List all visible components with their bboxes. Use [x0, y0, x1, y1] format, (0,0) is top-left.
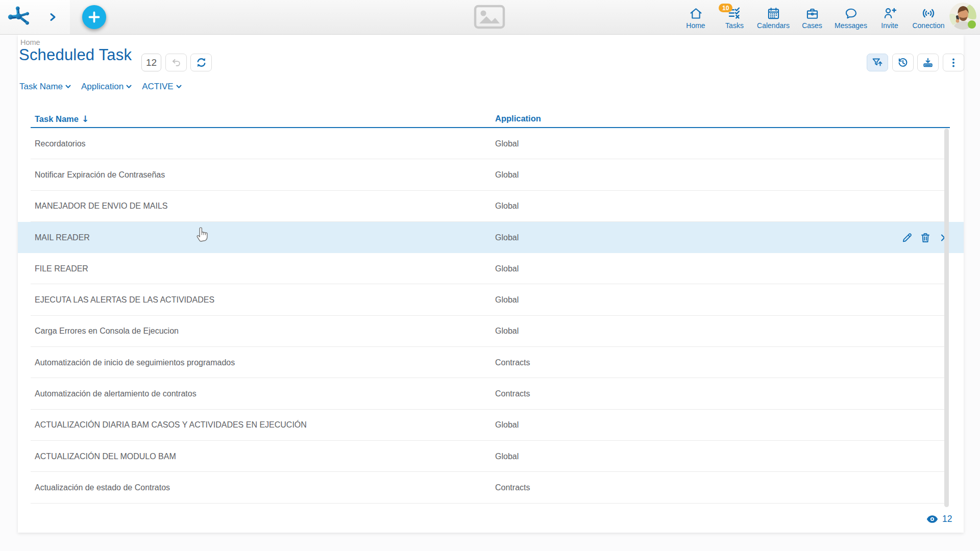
task-name-cell: FILE READER [35, 264, 88, 273]
application-cell: Global [495, 420, 519, 430]
nav-item-home[interactable]: Home [676, 3, 715, 33]
download-icon [922, 57, 934, 69]
application-cell: Global [495, 139, 519, 148]
column-header-task-name[interactable]: Task Name↓ [35, 114, 89, 124]
new-request-fab-button[interactable] [82, 5, 106, 29]
chevron-down-icon [65, 85, 71, 89]
undo-icon [170, 57, 182, 68]
edit-pencil-icon[interactable] [901, 232, 913, 244]
application-cell: Global [495, 264, 519, 273]
delete-trash-icon[interactable] [919, 232, 932, 244]
table-row[interactable]: Automatización de alertamiento de contra… [18, 378, 964, 409]
history-button[interactable] [892, 54, 914, 71]
nav-item-conection[interactable]: Conection [909, 3, 948, 33]
eye-icon [926, 515, 938, 523]
application-cell: Global [495, 295, 519, 305]
page-title: Scheduled Task [19, 46, 132, 64]
connection-signal-icon [921, 6, 936, 20]
application-cell: Global [495, 327, 519, 336]
briefcase-icon [805, 6, 819, 20]
table-row[interactable]: MAIL READER Global [18, 222, 964, 253]
application-cell: Global [495, 452, 519, 461]
refresh-icon [195, 57, 207, 68]
task-table-body: Recordatorios Global Notificar Expiració… [18, 128, 964, 504]
filter-button[interactable] [867, 54, 888, 71]
filter-chips: Task Name Application ACTIVE [19, 82, 182, 92]
logo-area [0, 0, 70, 34]
chevron-right-icon[interactable] [50, 13, 56, 23]
top-navbar: Home 10 Tasks Calendars Cases Messages I… [0, 0, 980, 35]
task-name-cell: Carga Errores en Consola de Ejecucion [35, 327, 179, 336]
table-row[interactable]: MANEJADOR DE ENVIO DE MAILS Global [18, 191, 964, 222]
task-name-cell: Automatización de alertamiento de contra… [35, 389, 197, 398]
filter-chip-active[interactable]: ACTIVE [142, 82, 181, 92]
refresh-button[interactable] [190, 54, 212, 71]
table-row[interactable]: FILE READER Global [18, 253, 964, 284]
undo-button[interactable] [165, 54, 187, 71]
task-name-cell: Recordatorios [35, 139, 86, 148]
more-options-button[interactable] [943, 54, 964, 71]
application-cell: Contracts [495, 358, 530, 367]
tasks-count-badge: 10 [719, 4, 732, 12]
kebab-menu-icon [948, 57, 959, 68]
record-count-badge: 12 [141, 54, 161, 71]
online-status-dot [968, 20, 976, 29]
breadcrumb[interactable]: Home [20, 38, 40, 46]
nav-item-cases[interactable]: Cases [793, 3, 831, 33]
application-cell: Global [495, 170, 519, 180]
plus-icon [88, 11, 100, 23]
image-placeholder-icon [474, 5, 505, 31]
content-card: Home Scheduled Task 12 [18, 35, 964, 533]
table-row[interactable]: Carga Errores en Consola de Ejecucion Gl… [18, 316, 964, 347]
nav-item-messages[interactable]: Messages [831, 3, 870, 33]
task-name-cell: ACTUALIZACIÓN DEL MODULO BAM [35, 452, 176, 461]
chevron-down-icon [126, 85, 132, 89]
vertical-scrollbar[interactable] [944, 129, 949, 507]
task-name-cell: ACTUALIZACIÓN DIARIA BAM CASOS Y ACTIVID… [35, 420, 307, 430]
table-row[interactable]: ACTUALIZACIÓN DEL MODULO BAM Global [18, 441, 964, 472]
nav-item-tasks[interactable]: 10 Tasks [715, 3, 754, 33]
application-cell: Contracts [495, 389, 530, 398]
table-row[interactable]: Recordatorios Global [18, 128, 964, 159]
user-avatar[interactable] [949, 3, 976, 30]
hand-cursor [195, 226, 210, 243]
chevron-down-icon [176, 85, 182, 89]
table-row[interactable]: Notificar Expiración de Contraseñas Glob… [18, 159, 964, 190]
row-actions [901, 232, 948, 244]
filter-upload-icon [871, 57, 884, 69]
table-row[interactable]: ACTUALIZACIÓN DIARIA BAM CASOS Y ACTIVID… [18, 410, 964, 441]
invite-user-icon [883, 6, 897, 20]
frog-foot-logo [7, 5, 31, 26]
task-name-cell: EJECUTA LAS ALERTAS DE LAS ACTIVIDADES [35, 295, 214, 305]
table-row[interactable]: Automatización de inicio de seguimientos… [18, 347, 964, 378]
task-name-cell: Notificar Expiración de Contraseñas [35, 170, 165, 180]
filter-chip-application[interactable]: Application [81, 82, 132, 92]
nav-item-calendars[interactable]: Calendars [754, 3, 793, 33]
nav-item-invite[interactable]: Invite [870, 3, 909, 33]
calendar-icon [767, 6, 780, 20]
visible-count: 12 [926, 514, 952, 524]
message-bubble-icon [844, 6, 858, 20]
home-icon [689, 6, 703, 20]
task-name-cell: Actualización de estado de Contratos [35, 483, 170, 492]
task-name-cell: Automatización de inicio de seguimientos… [35, 358, 235, 367]
filter-chip-task-name[interactable]: Task Name [19, 82, 71, 92]
table-row[interactable]: Actualización de estado de Contratos Con… [18, 472, 964, 503]
history-icon [897, 57, 909, 69]
download-button[interactable] [917, 54, 939, 71]
application-cell: Contracts [495, 483, 530, 492]
application-cell: Global [495, 202, 519, 211]
application-cell: Global [495, 233, 519, 242]
table-row[interactable]: EJECUTA LAS ALERTAS DE LAS ACTIVIDADES G… [18, 284, 964, 315]
task-name-cell: MANEJADOR DE ENVIO DE MAILS [35, 202, 168, 211]
column-header-application[interactable]: Application [495, 114, 541, 123]
sort-desc-icon: ↓ [82, 114, 89, 124]
navbar-items: Home 10 Tasks Calendars Cases Messages I… [676, 3, 948, 33]
task-name-cell: MAIL READER [35, 233, 90, 242]
